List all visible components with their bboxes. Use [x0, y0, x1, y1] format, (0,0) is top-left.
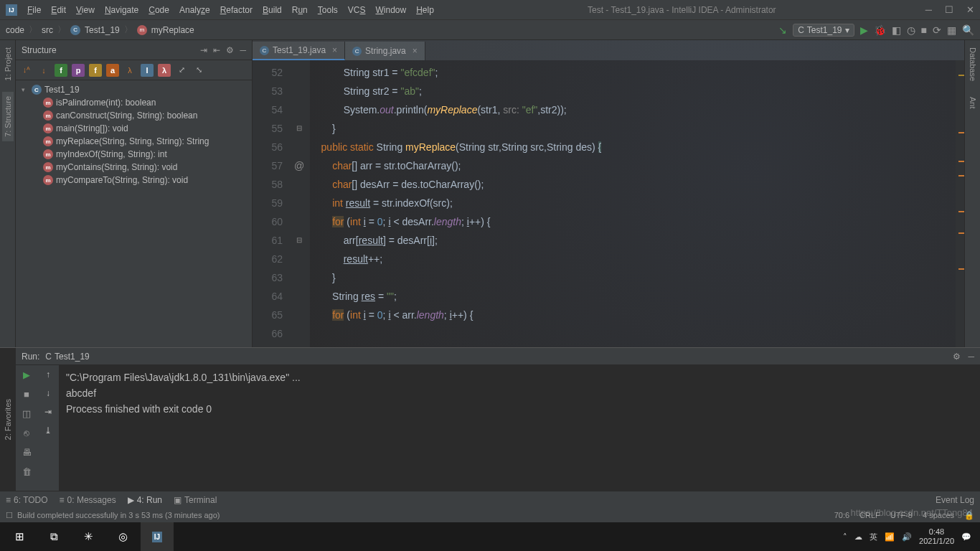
run-config-combo[interactable]: C Test1_19 ▾ [793, 24, 854, 37]
close-tab-icon[interactable]: × [332, 45, 337, 55]
menu-window[interactable]: Window [371, 4, 410, 17]
build-icon[interactable]: ↘ [778, 24, 787, 36]
tree-method-node[interactable]: mmyIndexOf(String, String): int [16, 148, 252, 161]
menu-run[interactable]: Run [288, 4, 312, 17]
close-icon[interactable]: ✕ [966, 4, 974, 15]
menu-vcs[interactable]: VCS [344, 4, 370, 17]
stop-icon[interactable]: ■ [24, 389, 29, 400]
crumb-code[interactable]: code [6, 25, 24, 35]
editor-tab-string[interactable]: C String.java × [345, 42, 425, 60]
sort-alpha-icon[interactable]: ↓ᴬ [20, 64, 33, 77]
autoscroll-from-icon[interactable]: ⤡ [192, 64, 205, 77]
gear-icon[interactable]: ⚙ [226, 45, 234, 55]
lock-icon[interactable]: 🔒 [964, 511, 974, 520]
filter-anon-icon[interactable]: a [106, 64, 119, 77]
file-encoding[interactable]: UTF-8 [890, 511, 913, 519]
filter-fields-icon[interactable]: f [55, 64, 67, 77]
tray-chevron-icon[interactable]: ˄ [843, 532, 847, 542]
override-icon[interactable]: @ [291, 156, 307, 175]
tray-notification-icon[interactable]: 💬 [961, 532, 971, 542]
rerun-icon[interactable]: ▶ [23, 369, 30, 380]
taskbar-clock[interactable]: 0:48 2021/1/20 [919, 527, 954, 546]
code-text[interactable]: String str1 = "efcdef"; String str2 = "a… [310, 60, 956, 347]
crumb-method[interactable]: myReplace [151, 25, 194, 35]
wrap-icon[interactable]: ⇥ [44, 407, 52, 417]
menu-build[interactable]: Build [258, 4, 286, 17]
intellij-taskbar-icon[interactable]: IJ [141, 522, 174, 551]
coverage-icon[interactable]: ◧ [892, 24, 901, 36]
ant-tool-tab[interactable]: Ant [967, 93, 979, 113]
autoscroll-icon[interactable]: ⤢ [175, 64, 188, 77]
task-view-icon[interactable]: ⧉ [37, 522, 70, 551]
caret-position[interactable]: 70:6 [834, 511, 849, 519]
pin-icon[interactable]: ⎋ [24, 428, 29, 438]
start-button[interactable]: ⊞ [3, 522, 36, 551]
messages-tool-tab[interactable]: ≡ 0: Messages [60, 495, 116, 505]
crumb-class[interactable]: Test1_19 [85, 25, 120, 35]
tree-class-node[interactable]: ▾ C Test1_19 [16, 83, 252, 96]
maximize-icon[interactable]: ☐ [945, 4, 953, 15]
run-tool-tab[interactable]: ▶ 4: Run [128, 495, 162, 505]
code-area[interactable]: 525354555657585960616263646566 ⊟ @ ⊟ Str… [253, 60, 964, 347]
tray-ime-icon[interactable]: 英 [870, 532, 877, 542]
down-icon[interactable]: ↓ [46, 388, 50, 398]
tree-method-node[interactable]: mmyCompareTo(String, String): void [16, 174, 252, 187]
delete-icon[interactable]: 🗑 [22, 466, 32, 477]
structure-tool-tab[interactable]: 7: Structure [2, 92, 14, 141]
menu-code[interactable]: Code [144, 4, 174, 17]
line-separator[interactable]: CRLF [859, 511, 880, 519]
fold-icon[interactable]: ⊟ [291, 119, 307, 138]
editor-tab-test1-19[interactable]: C Test1_19.java × [253, 42, 345, 60]
tree-method-node[interactable]: misPalindrome(int): boolean [16, 96, 252, 109]
expand-icon[interactable]: ⇤ [213, 45, 220, 55]
print-icon[interactable]: 🖶 [22, 447, 32, 458]
menu-edit[interactable]: Edit [47, 4, 70, 17]
gear-icon[interactable]: ⚙ [953, 352, 961, 362]
tree-method-node[interactable]: mcanConstruct(String, String): boolean [16, 109, 252, 122]
event-log-tab[interactable]: Event Log [936, 495, 974, 505]
layout-icon[interactable]: ▦ [947, 24, 956, 36]
tree-method-node[interactable]: mmyReplace(String, String, String): Stri… [16, 135, 252, 148]
filter-inner-icon[interactable]: I [141, 64, 154, 77]
indent-setting[interactable]: 4 spaces [923, 511, 954, 519]
debug-icon[interactable]: 🐞 [874, 24, 886, 36]
tray-volume-icon[interactable]: 🔊 [902, 532, 912, 542]
menu-refactor[interactable]: Refactor [216, 4, 257, 17]
search-icon[interactable]: 🔍 [962, 24, 974, 36]
fold-icon[interactable]: ⊟ [291, 231, 307, 250]
todo-tool-tab[interactable]: ≡ 6: TODO [6, 495, 48, 505]
menu-tools[interactable]: Tools [314, 4, 342, 17]
project-tool-tab[interactable]: 1: Project [2, 43, 14, 85]
filter-lambda-icon[interactable]: λ [123, 64, 136, 77]
filter-nonpublic-icon[interactable]: λ [158, 64, 171, 77]
error-stripe[interactable] [956, 60, 964, 347]
collapse-icon[interactable]: ⇥ [200, 45, 207, 55]
menu-view[interactable]: View [72, 4, 99, 17]
close-tab-icon[interactable]: × [413, 46, 418, 56]
hide-icon[interactable]: ─ [968, 352, 974, 362]
sort-visibility-icon[interactable]: ↓ [37, 64, 50, 77]
terminal-tool-tab[interactable]: ▣ Terminal [174, 495, 217, 505]
layout-icon[interactable]: ◫ [22, 408, 31, 419]
menu-help[interactable]: Help [412, 4, 438, 17]
favorites-tool-tab[interactable]: 2: Favorites [2, 392, 14, 447]
filter-props-icon[interactable]: p [72, 64, 85, 77]
tree-method-node[interactable]: mmain(String[]): void [16, 122, 252, 135]
tree-method-node[interactable]: mmyContains(String, String): void [16, 161, 252, 174]
run-icon[interactable]: ▶ [860, 24, 868, 36]
up-icon[interactable]: ↑ [46, 369, 50, 380]
filter-inherited-icon[interactable]: f [89, 64, 102, 77]
app-icon[interactable]: ◎ [106, 522, 139, 551]
run-output[interactable]: "C:\Program Files\Java\jdk1.8.0_131\bin\… [59, 365, 980, 491]
menu-analyze[interactable]: Analyze [175, 4, 215, 17]
profile-icon[interactable]: ◷ [907, 24, 915, 36]
tray-wifi-icon[interactable]: 📶 [885, 532, 895, 542]
database-tool-tab[interactable]: Database [967, 43, 979, 85]
crumb-src[interactable]: src [42, 25, 53, 35]
scroll-icon[interactable]: ⤓ [44, 425, 52, 435]
browser-icon[interactable]: ✳ [72, 522, 105, 551]
minimize-icon[interactable]: ─ [925, 4, 932, 15]
run-tab-label[interactable]: Test1_19 [55, 352, 90, 362]
hide-icon[interactable]: ─ [240, 45, 246, 55]
menu-navigate[interactable]: Navigate [100, 4, 143, 17]
